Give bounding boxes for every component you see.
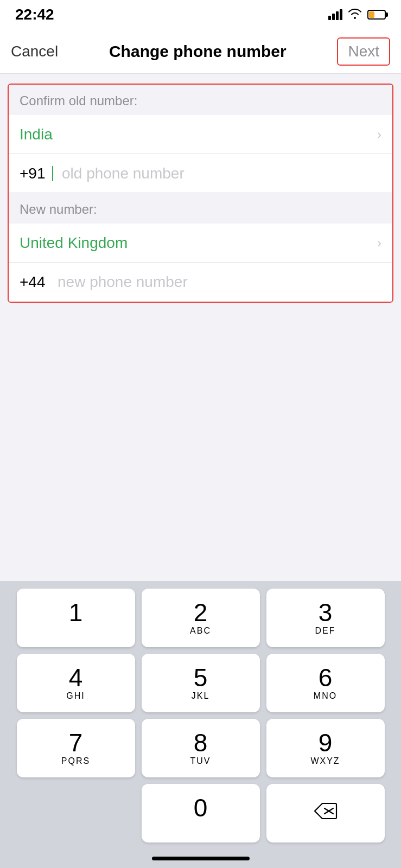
status-icons [328,8,386,22]
old-number-section-label: Confirm old number: [9,85,392,115]
spacer [0,312,401,581]
new-phone-row[interactable]: +44 new phone number [9,263,392,302]
page-title: Change phone number [109,42,287,61]
key-6[interactable]: 6 MNO [266,654,385,712]
form-container: Confirm old number: India › +91 old phon… [8,84,393,303]
key-3[interactable]: 3 DEF [266,589,385,647]
key-1[interactable]: 1 [17,589,135,647]
old-phone-cursor [52,166,53,181]
key-8[interactable]: 8 TUV [142,719,260,777]
new-country-row[interactable]: United Kingdom › [9,224,392,263]
key-2[interactable]: 2 ABC [142,589,260,647]
old-country-name: India [20,126,377,143]
new-number-section-label: New number: [9,193,392,224]
nav-bar: Cancel Change phone number Next [0,29,401,74]
delete-icon [314,802,338,824]
new-phone-code: +44 [20,273,52,291]
key-4[interactable]: 4 GHI [17,654,135,712]
old-phone-code: +91 [20,165,52,182]
new-country-chevron-icon: › [377,235,381,251]
old-country-row[interactable]: India › [9,115,392,154]
home-indicator [0,854,401,868]
old-country-chevron-icon: › [377,127,381,142]
keypad: 1 2 ABC 3 DEF 4 GHI 5 JKL 6 MNO 7 PQRS [0,581,401,854]
home-bar [152,857,250,860]
key-7[interactable]: 7 PQRS [17,719,135,777]
cancel-button[interactable]: Cancel [11,43,58,60]
wifi-icon [348,8,362,22]
old-phone-row[interactable]: +91 old phone number [9,154,392,193]
new-phone-placeholder[interactable]: new phone number [58,273,381,291]
key-empty [17,784,135,843]
new-country-name: United Kingdom [20,234,377,252]
key-delete-button[interactable] [266,784,385,843]
keypad-row-2: 4 GHI 5 JKL 6 MNO [7,654,394,712]
battery-icon [367,10,386,20]
key-5[interactable]: 5 JKL [142,654,260,712]
keypad-row-1: 1 2 ABC 3 DEF [7,589,394,647]
key-9[interactable]: 9 WXYZ [266,719,385,777]
status-bar: 22:42 [0,0,401,29]
next-button[interactable]: Next [337,37,390,66]
signal-icon [328,9,342,20]
key-0[interactable]: 0 [142,784,260,843]
keypad-row-4: 0 [7,784,394,843]
status-time: 22:42 [15,6,54,23]
old-phone-placeholder[interactable]: old phone number [62,165,381,182]
keypad-row-3: 7 PQRS 8 TUV 9 WXYZ [7,719,394,777]
